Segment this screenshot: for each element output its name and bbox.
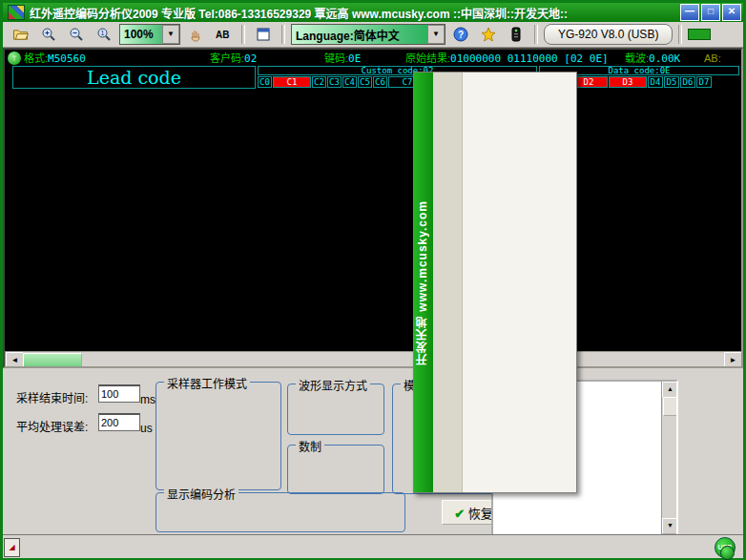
app-icon xyxy=(8,5,25,20)
bit-cell: D5 xyxy=(664,76,679,88)
analysis-title: 显示编码分析 xyxy=(164,486,238,502)
open-file-button[interactable] xyxy=(9,23,33,46)
bit-cell: C6 xyxy=(373,76,387,88)
zoom-1to1-icon: 1 xyxy=(96,27,112,42)
scroll-left-button[interactable]: ◄ xyxy=(6,352,24,368)
zoom-in-icon xyxy=(41,27,56,42)
status-led xyxy=(688,29,711,40)
analysis-group: 显示编码分析 xyxy=(155,492,405,532)
minimize-button[interactable]: — xyxy=(680,4,699,21)
avg-error-unit: us xyxy=(140,422,153,435)
ab-measure-button[interactable]: AB xyxy=(211,23,236,46)
scrollbar-thumb[interactable] xyxy=(23,353,82,368)
field-value: 01000000 01110000 [02 0E] xyxy=(450,52,609,65)
close-button[interactable]: ✕ xyxy=(722,4,741,21)
wave-header-field: 客户码:02 xyxy=(210,52,257,65)
field-value: 0.00K xyxy=(649,52,680,65)
ab-icon: AB xyxy=(215,27,232,42)
avg-error-input[interactable] xyxy=(98,413,140,431)
bit-cell: C3 xyxy=(327,76,342,88)
scroll-right-button[interactable]: ► xyxy=(724,352,742,368)
bit-cell: D6 xyxy=(680,76,695,88)
field-label: 载波: xyxy=(625,52,649,64)
numeral-group: 数制 xyxy=(287,445,384,494)
scrollbar-thumb[interactable] xyxy=(663,397,677,416)
field-value: M50560 xyxy=(48,52,86,65)
open-folder-icon xyxy=(12,28,30,42)
waveform-trace xyxy=(9,90,739,111)
toolbar-separator xyxy=(534,25,538,44)
waveform-row: ↑格式:M50560客户码:02键码:0E原始结果:01000000 01110… xyxy=(5,52,741,126)
svg-text:AB: AB xyxy=(216,30,229,40)
star-icon xyxy=(481,27,496,42)
sample-end-label: 采样结束时间: xyxy=(16,389,88,405)
bit-cell: C5 xyxy=(358,76,372,88)
wave-header-field: 格式:M50560 xyxy=(24,52,86,65)
bit-cell: C4 xyxy=(342,76,357,88)
favorites-star-button[interactable] xyxy=(476,23,501,46)
waveform-panel[interactable]: ◄ ► ↑格式:M50560客户码:02键码:0E原始结果:01000000 0… xyxy=(3,48,743,368)
chevron-down-icon[interactable]: ▼ xyxy=(427,25,445,44)
toolbar: 1 100% ▼ AB Language:简体中文 ▼ ? YG-920 V8.… xyxy=(3,22,743,48)
svg-text:?: ? xyxy=(458,30,464,40)
field-label: 客户码: xyxy=(210,52,244,64)
menu-brand-text: 开发天地 www.mcusky.com xyxy=(414,73,433,492)
sampler-mode-group: 采样器工作模式 xyxy=(155,382,281,490)
toolbar-separator xyxy=(678,25,682,44)
chevron-down-icon[interactable]: ▼ xyxy=(162,25,179,44)
wave-header-field: 载波:0.00K xyxy=(625,52,680,65)
zoom-out-icon xyxy=(69,27,84,42)
zoom-out-button[interactable] xyxy=(64,23,89,46)
bit-cell: D4 xyxy=(648,76,663,88)
window-title: 红外遥控编码分析仪2009 专业版 Tel:086-13316529329 覃远… xyxy=(30,5,568,21)
toolbar-separator xyxy=(281,25,285,44)
panel-toggle-button[interactable] xyxy=(251,23,276,46)
up-arrow-icon[interactable]: ↑ xyxy=(8,52,21,65)
hand-icon xyxy=(188,27,203,42)
bottom-tab-bar: ◢ USB xyxy=(3,534,743,558)
wave-display-title: 波形显示方式 xyxy=(296,377,370,393)
help-icon: ? xyxy=(453,27,468,42)
sample-end-input[interactable] xyxy=(98,384,140,403)
bit-cell: D3 xyxy=(609,76,647,88)
zoom-in-button[interactable] xyxy=(36,23,61,46)
horizontal-scrollbar[interactable]: ◄ ► xyxy=(5,351,743,368)
help-button[interactable]: ? xyxy=(448,23,473,46)
maximize-button[interactable]: □ xyxy=(701,4,720,21)
wave-header-field: 原始结果:01000000 01110000 [02 0E] xyxy=(405,52,609,65)
wave-header-field: 键码:0E xyxy=(324,52,361,65)
scroll-down-button[interactable]: ▼ xyxy=(662,518,678,534)
field-label: 格式: xyxy=(24,52,48,64)
globe-icon xyxy=(720,546,735,560)
check-icon: ✔ xyxy=(454,507,465,521)
field-value: 0E xyxy=(348,52,361,65)
numeral-title: 数制 xyxy=(296,438,324,454)
field-label: 键码: xyxy=(324,52,348,64)
bit-cell: C2 xyxy=(312,76,326,88)
context-menu: 开发天地 www.mcusky.com xyxy=(413,72,577,493)
sampler-mode-title: 采样器工作模式 xyxy=(164,375,250,391)
device-version-button[interactable]: YG-920 V8.0 (USB) xyxy=(544,24,673,45)
remote-device-button[interactable] xyxy=(504,23,528,46)
svg-text:1: 1 xyxy=(101,30,105,36)
pan-hand-button[interactable] xyxy=(183,23,208,46)
avg-error-label: 平均处理误差: xyxy=(16,418,88,434)
field-label: 原始结果: xyxy=(405,52,450,64)
settings-panel: 采样结束时间: ms 平均处理误差: us 采样器工作模式 波形显示方式 数制 … xyxy=(3,368,743,536)
zoom-level-combo[interactable]: 100% ▼ xyxy=(119,24,180,45)
tab-scroll-button[interactable]: ◢ xyxy=(4,538,20,557)
remote-control-icon xyxy=(508,27,524,42)
sample-end-unit: ms xyxy=(140,393,155,406)
wave-segment-label: Lead code xyxy=(12,66,256,89)
language-combo[interactable]: Language:简体中文 ▼ xyxy=(291,24,446,45)
language-value: Language:简体中文 xyxy=(292,27,404,43)
menu-brand-strip: 开发天地 www.mcusky.com xyxy=(414,73,433,492)
scroll-up-button[interactable]: ▲ xyxy=(662,382,678,398)
field-label: AB: xyxy=(704,52,721,64)
toolbar-separator xyxy=(241,25,245,44)
favorites-scrollbar[interactable]: ▲ ▼ xyxy=(661,382,676,534)
zoom-actual-button[interactable]: 1 xyxy=(92,23,116,46)
bit-cell: C1 xyxy=(273,76,311,88)
bit-cell: D7 xyxy=(696,76,712,88)
wave-header-field: AB: xyxy=(704,52,721,65)
